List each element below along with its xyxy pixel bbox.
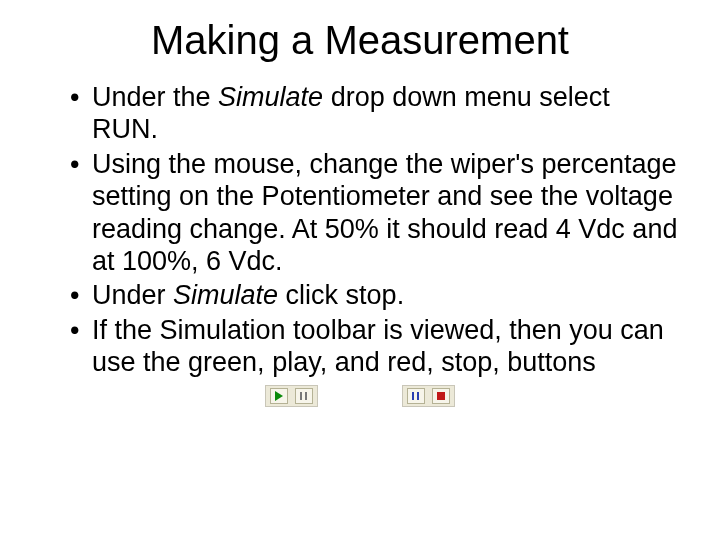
- bullet-text-pre: Under: [92, 280, 173, 310]
- slide-title: Making a Measurement: [40, 18, 680, 63]
- bullet-item: Under Simulate click stop.: [70, 279, 680, 311]
- bullet-item: Using the mouse, change the wiper's perc…: [70, 148, 680, 278]
- bullet-text-pre: Under the: [92, 82, 218, 112]
- bullet-text-post: click stop.: [278, 280, 404, 310]
- pause-button[interactable]: [295, 388, 313, 404]
- bullet-text-em: Simulate: [173, 280, 278, 310]
- sim-toolbar-left: [265, 385, 317, 407]
- toolbar-row: [40, 385, 680, 407]
- bullet-text-pre: Using the mouse, change the wiper's perc…: [92, 149, 677, 276]
- bullet-text-pre: If the Simulation toolbar is viewed, the…: [92, 315, 664, 377]
- bullet-item: Under the Simulate drop down menu select…: [70, 81, 680, 146]
- stop-button[interactable]: [432, 388, 450, 404]
- pause-button[interactable]: [407, 388, 425, 404]
- play-icon: [275, 391, 283, 401]
- bullet-item: If the Simulation toolbar is viewed, the…: [70, 314, 680, 379]
- pause-icon: [300, 392, 308, 400]
- stop-icon: [437, 392, 445, 400]
- slide: Making a Measurement Under the Simulate …: [0, 0, 720, 540]
- sim-toolbar-right: [402, 385, 454, 407]
- pause-icon: [412, 392, 420, 400]
- play-button[interactable]: [270, 388, 288, 404]
- bullet-text-em: Simulate: [218, 82, 323, 112]
- bullet-list: Under the Simulate drop down menu select…: [40, 81, 680, 379]
